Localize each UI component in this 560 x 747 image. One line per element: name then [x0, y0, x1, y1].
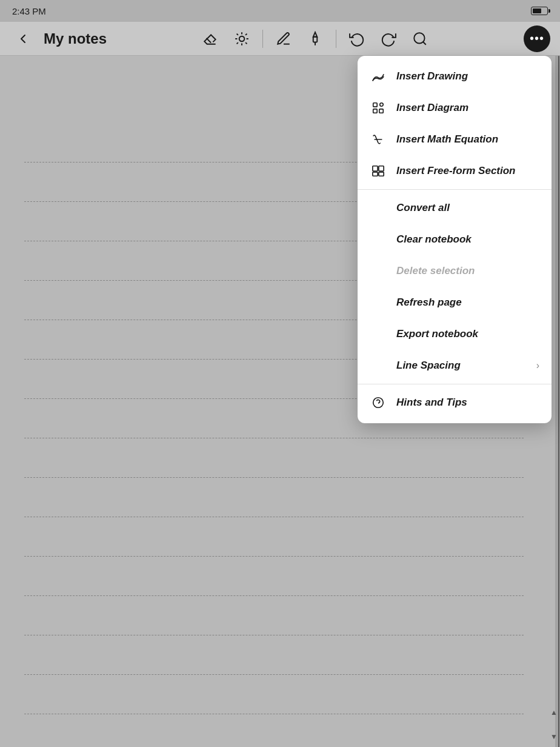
toolbar-left: My notes: [10, 25, 107, 52]
toolbar-divider: [262, 30, 263, 48]
menu-label-clear-notebook: Clear notebook: [396, 233, 472, 246]
svg-line-7: [237, 42, 238, 44]
menu-item-refresh-page[interactable]: Refresh page: [358, 287, 552, 318]
drawing-icon: [370, 68, 387, 85]
svg-line-4: [245, 42, 247, 44]
highlighter-button[interactable]: [302, 25, 328, 52]
svg-point-0: [239, 36, 245, 41]
delete-icon: [370, 263, 387, 280]
menu-label-insert-diagram: Insert Diagram: [396, 102, 468, 114]
notebook-line: [24, 556, 524, 557]
line-spacing-icon: [370, 357, 387, 374]
export-icon: [370, 326, 387, 343]
notebook-line: [24, 714, 524, 714]
notebook-line: [24, 635, 524, 635]
status-right: [531, 7, 548, 15]
battery-icon: [531, 7, 548, 15]
menu-label-refresh-page: Refresh page: [396, 296, 462, 309]
menu-item-convert-all[interactable]: Convert all: [358, 192, 552, 224]
pen-button[interactable]: [270, 25, 297, 52]
svg-rect-20: [373, 172, 378, 176]
svg-point-11: [414, 33, 424, 43]
math-icon: [370, 131, 387, 148]
svg-rect-19: [379, 166, 384, 171]
scroll-up-arrow[interactable]: ▲: [550, 708, 558, 717]
menu-label-export-notebook: Export notebook: [396, 328, 478, 340]
menu-divider-1: [358, 189, 552, 190]
menu-label-insert-drawing: Insert Drawing: [396, 70, 468, 82]
help-icon: [370, 394, 387, 411]
notebook-line: [24, 595, 524, 596]
menu-item-hints-tips[interactable]: Hints and Tips: [358, 387, 552, 418]
notebook-line: [24, 517, 524, 517]
scrollbar-track[interactable]: [555, 56, 560, 747]
context-menu: Insert Drawing Insert Diagram Insert Mat…: [358, 56, 552, 423]
svg-line-3: [237, 33, 238, 35]
more-button[interactable]: •••: [524, 25, 550, 52]
scrollbar-thumb: [558, 56, 559, 747]
refresh-icon: [370, 294, 387, 311]
menu-label-hints-tips: Hints and Tips: [396, 397, 467, 409]
menu-item-delete-selection: Delete selection: [358, 255, 552, 287]
svg-rect-16: [379, 109, 383, 113]
menu-label-delete-selection: Delete selection: [396, 265, 475, 277]
menu-label-insert-math: Insert Math Equation: [396, 133, 498, 146]
svg-rect-18: [373, 166, 378, 171]
svg-point-14: [380, 103, 384, 107]
menu-item-insert-math[interactable]: Insert Math Equation: [358, 124, 552, 155]
toolbar-right: •••: [524, 25, 550, 52]
menu-item-insert-drawing[interactable]: Insert Drawing: [358, 61, 552, 92]
svg-rect-15: [373, 109, 377, 113]
scroll-down-arrow[interactable]: ▼: [550, 732, 558, 741]
svg-rect-9: [313, 36, 318, 42]
menu-label-convert-all: Convert all: [396, 202, 450, 214]
eraser-button[interactable]: [197, 25, 224, 52]
svg-point-22: [373, 398, 384, 408]
svg-line-8: [245, 33, 247, 35]
freeform-icon: [370, 162, 387, 179]
redo-button[interactable]: [375, 25, 402, 52]
brightness-button[interactable]: [228, 25, 255, 52]
notebook-line: [24, 477, 524, 478]
menu-item-insert-diagram[interactable]: Insert Diagram: [358, 92, 552, 124]
status-bar: 2:43 PM: [0, 0, 560, 22]
menu-label-insert-freeform: Insert Free-form Section: [396, 165, 516, 177]
svg-rect-13: [373, 103, 377, 107]
diagram-icon: [370, 99, 387, 116]
page-title: My notes: [44, 30, 107, 47]
notebook-line: [24, 674, 524, 675]
back-button[interactable]: [10, 25, 36, 52]
notebook-line: [24, 438, 524, 438]
menu-item-insert-freeform[interactable]: Insert Free-form Section: [358, 155, 552, 187]
search-button[interactable]: [407, 25, 433, 52]
toolbar-divider-2: [336, 30, 336, 48]
clear-icon: [370, 231, 387, 248]
undo-button[interactable]: [344, 25, 370, 52]
menu-item-clear-notebook[interactable]: Clear notebook: [358, 224, 552, 255]
convert-icon: [370, 199, 387, 216]
svg-rect-21: [379, 172, 384, 176]
menu-label-line-spacing: Line Spacing: [396, 360, 461, 372]
toolbar-center: [107, 25, 524, 52]
menu-divider-2: [358, 384, 552, 384]
toolbar: My notes: [0, 22, 560, 56]
menu-item-export-notebook[interactable]: Export notebook: [358, 318, 552, 350]
status-time: 2:43 PM: [12, 6, 46, 16]
svg-line-12: [423, 42, 426, 45]
chevron-right-icon: ›: [536, 360, 539, 371]
menu-item-line-spacing[interactable]: Line Spacing ›: [358, 350, 552, 381]
